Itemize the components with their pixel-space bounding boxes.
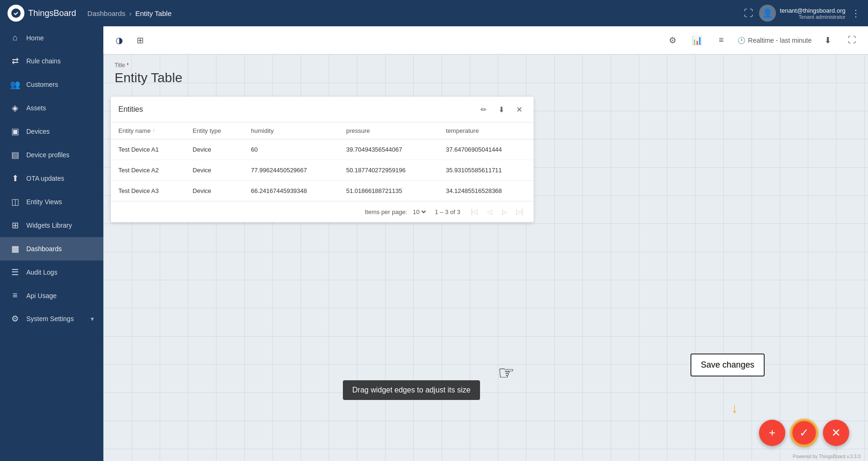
- pagination-next-button[interactable]: ▷: [498, 205, 511, 218]
- cancel-button[interactable]: ✕: [823, 420, 849, 446]
- user-email: tenant@thingsboard.org: [780, 7, 845, 14]
- user-info: tenant@thingsboard.org Tenant administra…: [780, 7, 845, 20]
- add-button[interactable]: +: [759, 420, 785, 446]
- cell-humidity: 66.24167445939348: [243, 181, 339, 201]
- system-settings-icon: ⚙: [9, 314, 21, 324]
- user-role: Tenant administrator: [780, 14, 845, 20]
- save-changes-tooltip: Save changes: [690, 353, 765, 376]
- col-pressure: pressure: [339, 123, 438, 139]
- grid-button[interactable]: ⊞: [132, 32, 148, 49]
- device-profiles-icon: ▤: [9, 150, 21, 160]
- sidebar-label-customers: Customers: [26, 81, 58, 88]
- pagination-last-button[interactable]: ▷|: [513, 205, 526, 218]
- sidebar-label-widgets-library: Widgets Library: [26, 222, 72, 229]
- sidebar-item-customers[interactable]: 👥 Customers: [0, 73, 103, 96]
- widget-download-button[interactable]: ⬇: [494, 102, 508, 116]
- widget-title: Entities: [118, 105, 476, 114]
- cell-temperature: 34.12485516528368: [438, 181, 534, 201]
- main-content: ◑ ⊞ ⚙ 📊 ≡ 🕐 Realtime - last minute ⬇ ⛶ T…: [103, 26, 868, 461]
- col-entity-type: Entity type: [185, 123, 243, 139]
- cell-entity-name: Test Device A3: [111, 181, 185, 201]
- sidebar: ⌂ Home ⇄ Rule chains 👥 Customers ◈ Asset…: [0, 26, 103, 461]
- pagination-prev-button[interactable]: ◁: [483, 205, 496, 218]
- topbar: ThingsBoard Dashboards › Entity Table ⛶ …: [0, 0, 868, 26]
- widget-edit-button[interactable]: ✏: [476, 102, 490, 116]
- rule-chains-icon: ⇄: [9, 56, 21, 66]
- sidebar-label-api-usage: Api Usage: [26, 292, 57, 300]
- cell-entity-type: Device: [185, 139, 243, 160]
- save-button[interactable]: ✓: [791, 420, 817, 446]
- sidebar-label-home: Home: [26, 34, 44, 42]
- sidebar-item-ota-updates[interactable]: ⬆ OTA updates: [0, 167, 103, 190]
- breadcrumb-dashboards[interactable]: Dashboards: [87, 9, 125, 17]
- sidebar-item-system-settings[interactable]: ⚙ System Settings ▾: [0, 307, 103, 330]
- table-row: Test Device A1 Device 60 39.704943565440…: [111, 139, 534, 160]
- settings-button[interactable]: ⚙: [664, 32, 681, 49]
- sidebar-item-home[interactable]: ⌂ Home: [0, 26, 103, 49]
- chart-button[interactable]: 📊: [689, 32, 705, 49]
- layers-button[interactable]: ◑: [111, 32, 128, 49]
- sidebar-item-audit-logs[interactable]: ☰ Audit Logs: [0, 261, 103, 284]
- close-icon: ✕: [831, 426, 841, 439]
- cell-humidity: 77.99624450529667: [243, 160, 339, 181]
- drag-hint-text: Drag widget edges to adjust its size: [352, 386, 471, 394]
- sidebar-label-audit-logs: Audit Logs: [26, 269, 57, 276]
- sidebar-item-api-usage[interactable]: ≡ Api Usage: [0, 284, 103, 307]
- pagination-first-button[interactable]: |◁: [468, 205, 481, 218]
- table-row: Test Device A2 Device 77.99624450529667 …: [111, 160, 534, 181]
- title-section: Title * Entity Table: [103, 54, 868, 89]
- widget-card: Entities ✏ ⬇ ✕ Entity name ↑: [111, 97, 534, 222]
- cell-humidity: 60: [243, 139, 339, 160]
- more-icon[interactable]: ⋮: [851, 8, 860, 19]
- items-per-page: Items per page: 10 25 50: [364, 208, 427, 216]
- sidebar-item-entity-views[interactable]: ◫ Entity Views: [0, 190, 103, 214]
- sidebar-label-ota-updates: OTA updates: [26, 175, 64, 182]
- sort-asc-icon: ↑: [153, 128, 155, 133]
- time-selector[interactable]: 🕐 Realtime - last minute: [737, 37, 812, 44]
- download-button[interactable]: ⬇: [819, 32, 836, 49]
- user-menu[interactable]: 👤 tenant@thingsboard.org Tenant administ…: [759, 5, 845, 22]
- breadcrumb-separator: ›: [129, 9, 132, 17]
- home-icon: ⌂: [9, 33, 21, 43]
- widget-header-actions: ✏ ⬇ ✕: [476, 102, 526, 116]
- add-icon: +: [769, 426, 775, 439]
- pagination-range: 1 – 3 of 3: [435, 208, 460, 215]
- cell-temperature: 35.93105585611711: [438, 160, 534, 181]
- chevron-down-icon: ▾: [91, 315, 94, 323]
- customers-icon: 👥: [9, 79, 21, 90]
- sidebar-item-devices[interactable]: ▣ Devices: [0, 120, 103, 143]
- devices-icon: ▣: [9, 126, 21, 137]
- dashboard-content: Title * Entity Table Entities ✏ ⬇ ✕: [103, 54, 868, 461]
- fullscreen-icon[interactable]: ⛶: [744, 8, 753, 19]
- logo-icon: [8, 5, 24, 22]
- filter-button[interactable]: ≡: [713, 32, 730, 49]
- widget-header: Entities ✏ ⬇ ✕: [111, 97, 534, 123]
- fullscreen-dash-button[interactable]: ⛶: [844, 32, 860, 49]
- powered-by: Powered by ThingsBoard v.3.3.0: [793, 454, 860, 459]
- pagination-buttons: |◁ ◁ ▷ ▷|: [468, 205, 526, 218]
- col-entity-name[interactable]: Entity name ↑: [111, 123, 185, 139]
- app-logo[interactable]: ThingsBoard: [8, 5, 76, 22]
- dashboards-icon: ▦: [9, 244, 21, 254]
- fab-container: + ✓ ✕: [759, 420, 849, 446]
- assets-icon: ◈: [9, 103, 21, 113]
- sidebar-label-devices: Devices: [26, 128, 50, 135]
- sidebar-item-assets[interactable]: ◈ Assets: [0, 96, 103, 120]
- dashboard-toolbar: ◑ ⊞ ⚙ 📊 ≡ 🕐 Realtime - last minute ⬇ ⛶: [103, 26, 868, 54]
- items-per-page-label: Items per page:: [364, 208, 407, 215]
- sidebar-label-device-profiles: Device profiles: [26, 151, 70, 159]
- sidebar-label-dashboards: Dashboards: [26, 245, 62, 253]
- page-title: Entity Table: [115, 70, 857, 85]
- sidebar-item-device-profiles[interactable]: ▤ Device profiles: [0, 143, 103, 167]
- ota-updates-icon: ⬆: [9, 173, 21, 184]
- sidebar-item-widgets-library[interactable]: ⊞ Widgets Library: [0, 214, 103, 237]
- avatar: 👤: [759, 5, 776, 22]
- sidebar-label-entity-views: Entity Views: [26, 198, 62, 206]
- widget-container: Entities ✏ ⬇ ✕ Entity name ↑: [111, 97, 534, 222]
- sidebar-item-dashboards[interactable]: ▦ Dashboards: [0, 237, 103, 261]
- items-per-page-select[interactable]: 10 25 50: [411, 208, 427, 216]
- sidebar-item-rule-chains[interactable]: ⇄ Rule chains: [0, 49, 103, 73]
- toolbar-right: ⚙ 📊 ≡ 🕐 Realtime - last minute ⬇ ⛶: [664, 32, 860, 49]
- widget-close-button[interactable]: ✕: [512, 102, 526, 116]
- cell-entity-type: Device: [185, 160, 243, 181]
